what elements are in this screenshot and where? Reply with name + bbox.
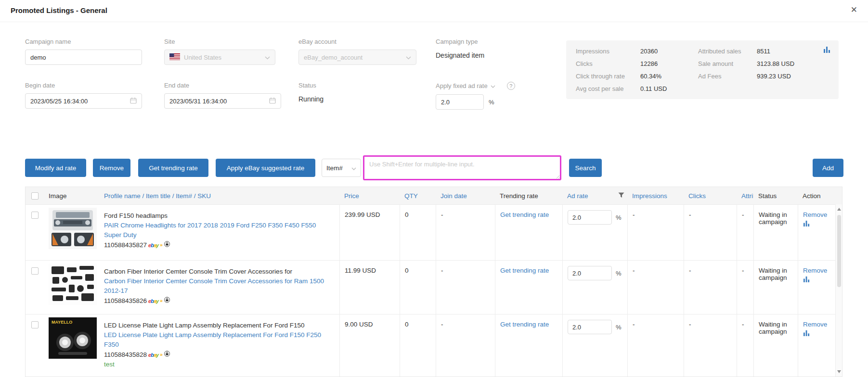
row-checkbox[interactable]	[26, 261, 44, 314]
calendar-icon	[130, 97, 137, 105]
search-type-value: Item#	[326, 164, 343, 172]
stat-value: 0.11 USD	[640, 85, 667, 93]
select-all-checkbox[interactable]	[26, 192, 44, 200]
qty-cell: 0	[400, 314, 436, 377]
scroll-down-icon[interactable]	[837, 370, 841, 373]
ad-rate-cell: %	[562, 314, 627, 377]
price-cell: 9.00 USD	[339, 314, 400, 377]
us-flag-icon	[169, 53, 180, 62]
stat-value: 8511	[757, 47, 794, 55]
qty-cell: 0	[400, 261, 436, 314]
chart-icon[interactable]	[803, 276, 831, 284]
header-ad-rate[interactable]: Ad rate	[562, 192, 627, 200]
header-impressions[interactable]: Impressions	[627, 192, 684, 200]
row-checkbox[interactable]	[26, 314, 44, 377]
ebay-account-field: eBay account eBay_demo_account	[298, 38, 416, 65]
site-field: Site United States	[164, 38, 275, 65]
vertical-scrollbar[interactable]	[835, 204, 842, 377]
attributed-cell: -	[737, 314, 753, 377]
price-cell: 239.99 USD	[339, 205, 400, 260]
header-image: Image	[44, 192, 99, 200]
fixed-ad-rate-label[interactable]: Apply fixed ad rate	[436, 82, 488, 89]
product-image	[44, 205, 99, 260]
stat-value: 939.23 USD	[757, 72, 794, 80]
header-join-date[interactable]: Join date	[436, 192, 495, 200]
close-icon[interactable]: ✕	[851, 5, 857, 15]
percent-label: %	[616, 320, 622, 331]
stat-value: 12286	[640, 60, 667, 68]
item-title-link[interactable]: PAIR Chrome Headlights for 2017 2018 201…	[104, 222, 316, 239]
search-button[interactable]: Search	[569, 159, 602, 177]
modify-ad-rate-button[interactable]: Modify ad rate	[25, 159, 86, 177]
trending-rate-cell: Get trending rate	[495, 205, 562, 260]
chart-icon[interactable]	[803, 220, 831, 228]
ad-rate-input[interactable]	[568, 210, 612, 225]
get-trending-rate-link[interactable]: Get trending rate	[500, 267, 549, 274]
ebay-logo-icon: ebay	[148, 352, 158, 358]
search-input[interactable]	[364, 157, 560, 179]
remove-link[interactable]: Remove	[803, 211, 831, 218]
chart-icon[interactable]	[823, 46, 831, 55]
promoted-listings-dialog: Promoted Listings - General ✕ Campaign n…	[0, 0, 868, 377]
campaign-name-input[interactable]	[30, 50, 137, 64]
chevron-down-icon	[351, 164, 356, 172]
begin-date-field: Begin date 2023/05/25 16:34:00	[25, 82, 142, 109]
get-trending-rate-button[interactable]: Get trending rate	[138, 159, 208, 177]
row-checkbox[interactable]	[26, 205, 44, 260]
header-clicks[interactable]: Clicks	[684, 192, 737, 200]
chevron-down-icon[interactable]	[491, 82, 495, 89]
profile-name: Ford F150 headlamps	[104, 211, 332, 221]
ad-rate-cell: %	[562, 261, 627, 314]
site-label: Site	[164, 38, 275, 45]
stat-value: 60.34%	[640, 72, 667, 80]
remove-link[interactable]: Remove	[803, 321, 831, 328]
ebay-account-value: eBay_demo_account	[304, 54, 406, 61]
header-qty[interactable]: QTY	[400, 192, 436, 200]
begin-date-input[interactable]: 2023/05/25 16:34:00	[25, 93, 142, 109]
remove-button[interactable]: Remove	[93, 159, 130, 177]
motors-icon: »	[160, 352, 163, 357]
campaign-type-value: Designated item	[436, 51, 484, 59]
add-button[interactable]: Add	[813, 159, 843, 177]
ad-rate-input[interactable]	[568, 266, 612, 280]
site-select[interactable]: United States	[164, 50, 275, 65]
stat-label: Impressions	[576, 47, 640, 55]
campaign-name-label: Campaign name	[25, 38, 142, 45]
campaign-name-field: Campaign name	[25, 38, 142, 65]
ad-rate-input[interactable]	[568, 320, 612, 334]
fixed-ad-rate-input[interactable]	[441, 95, 479, 109]
header-profile-item-sku[interactable]: Profile name / Item title / Item# / SKU	[99, 192, 339, 200]
header-attributed[interactable]: Attributed	[737, 192, 753, 200]
scroll-up-icon[interactable]	[837, 208, 841, 211]
product-image: MAYELLO	[44, 314, 99, 377]
filter-icon[interactable]	[618, 192, 624, 200]
ebay-account-select[interactable]: eBay_demo_account	[298, 50, 416, 65]
help-icon[interactable]: ?	[507, 82, 515, 90]
fixed-ad-rate-field: Apply fixed ad rate ? %	[436, 82, 515, 110]
end-date-input[interactable]: 2023/05/31 16:34:00	[164, 93, 281, 109]
scrollbar-thumb[interactable]	[837, 215, 841, 287]
table-row: MAYELLO LED License Plate Light Lamp Ass…	[26, 314, 842, 377]
get-trending-rate-link[interactable]: Get trending rate	[500, 321, 549, 328]
motors-icon: »	[160, 243, 163, 248]
chart-icon[interactable]	[803, 330, 831, 338]
item-title-link[interactable]: Carbon Fiber Interior Cemter Console Tri…	[104, 277, 324, 294]
search-type-select[interactable]: Item#	[322, 159, 361, 177]
clicks-cell: -	[684, 261, 737, 314]
status-field: Status Running	[298, 82, 324, 103]
action-cell: Remove	[798, 314, 835, 377]
status-value: Running	[298, 95, 324, 103]
impressions-cell: -	[627, 261, 684, 314]
header-price[interactable]: Price	[339, 192, 400, 200]
remove-link[interactable]: Remove	[803, 267, 831, 274]
price-cell: 11.99 USD	[339, 261, 400, 314]
ad-rate-cell: %	[562, 205, 627, 260]
item-title-link[interactable]: LED License Plate Light Lamp Assembly Re…	[104, 331, 321, 348]
campaign-type-label: Campaign type	[436, 38, 484, 45]
apply-ebay-suggested-rate-button[interactable]: Apply eBay suggested rate	[216, 159, 315, 177]
get-trending-rate-link[interactable]: Get trending rate	[500, 211, 549, 218]
action-cell: Remove	[798, 205, 835, 260]
calendar-icon	[269, 97, 276, 105]
stat-label: Clicks	[576, 60, 640, 68]
header-status: Status	[753, 192, 798, 200]
